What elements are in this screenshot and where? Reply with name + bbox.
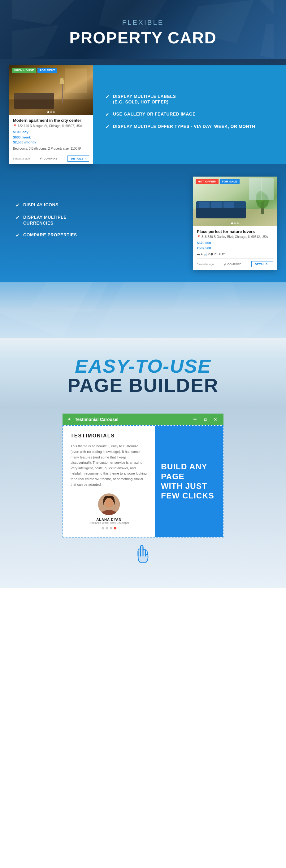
cta-panel: BUILD ANY PAGE WITH JUST FEW CLICKS bbox=[155, 426, 223, 537]
svg-rect-10 bbox=[62, 84, 63, 102]
card1-time: 5 months ago bbox=[13, 157, 30, 160]
hero-title: PROPERTY CARD bbox=[12, 29, 274, 47]
cta-line1: BUILD ANY PAGE bbox=[161, 462, 217, 481]
card2-details-button[interactable]: DETAILS › bbox=[251, 261, 273, 267]
testimonials-title: TESTIMONIALS bbox=[70, 433, 147, 439]
svg-rect-19 bbox=[223, 202, 234, 208]
card1-price2: $600 /week bbox=[13, 135, 89, 140]
svg-rect-18 bbox=[211, 202, 222, 208]
hero-section: FLEXIBLE PROPERTY CARD bbox=[0, 0, 286, 59]
card2-title: Place perfect for nature lovers bbox=[197, 229, 273, 235]
card2-image-container: HOT OFFER! FOR SALE bbox=[193, 177, 277, 226]
label-hot-offer: HOT OFFER! bbox=[196, 179, 219, 184]
check-icon-3: ✓ bbox=[105, 124, 109, 130]
check-icon-5: ✓ bbox=[15, 215, 20, 221]
builder-toolbar: ✦ Testimonial Carousel ✏ ⧉ ✕ bbox=[63, 413, 223, 425]
svg-rect-36 bbox=[102, 512, 116, 515]
hero-subtitle: FLEXIBLE bbox=[12, 19, 274, 27]
card1-image-container: OPEN HOUSE FOR RENT bbox=[9, 65, 93, 115]
pagination-dots bbox=[102, 527, 116, 529]
svg-rect-9 bbox=[14, 93, 54, 99]
feature-4-text: DISPLAY ICONS bbox=[23, 202, 59, 208]
check-icon-2: ✓ bbox=[105, 112, 109, 117]
card1-labels: OPEN HOUSE FOR RENT bbox=[12, 68, 57, 73]
feature-6: ✓ COMPARE PROPERTIES bbox=[15, 232, 184, 238]
card2-compare[interactable]: ⇄ COMPARE bbox=[224, 263, 241, 266]
transition-section bbox=[0, 282, 286, 338]
toolbar-bar[interactable]: ✦ Testimonial Carousel ✏ ⧉ ✕ bbox=[63, 413, 223, 425]
feature-2: ✓ USE GALLERY OR FEATURED IMAGE bbox=[105, 111, 277, 117]
label-open-house: OPEN HOUSE bbox=[12, 68, 36, 73]
feature-1-text: DISPLAY MULTIPLE LABELS bbox=[113, 94, 176, 99]
card1-price3: $2,500 /month bbox=[13, 140, 89, 145]
card2-address: 📍 318-330 S Oakley Blvd, Chicago, IL 606… bbox=[197, 235, 273, 239]
feature-4: ✓ DISPLAY ICONS bbox=[15, 202, 184, 208]
card1-title: Modern apartment in the city center bbox=[13, 118, 89, 123]
feature-5: ✓ DISPLAY MULTIPLECURRENCIES bbox=[15, 214, 184, 225]
check-icon-6: ✓ bbox=[15, 232, 20, 238]
toolbar-icon: ✦ bbox=[67, 416, 71, 422]
toolbar-close-button[interactable]: ✕ bbox=[212, 416, 219, 423]
card1-details-button[interactable]: DETAILS › bbox=[67, 156, 89, 162]
feature-1: ✓ DISPLAY MULTIPLE LABELS (E.G. SOLD, HO… bbox=[105, 94, 277, 105]
toolbar-edit-button[interactable]: ✏ bbox=[192, 416, 198, 423]
card2-price1: $670,000 bbox=[197, 240, 273, 246]
card1-price1: $100 /day bbox=[13, 129, 89, 135]
feature-3: ✓ DISPLAY MULTIPLE OFFER TYPES - VIA DAY… bbox=[105, 124, 277, 130]
feature-5-text: DISPLAY MULTIPLECURRENCIES bbox=[23, 214, 67, 225]
cta-line2: WITH JUST bbox=[161, 482, 217, 491]
testimonials-text: This theme is so beautiful, easy to cust… bbox=[70, 443, 147, 487]
svg-rect-12 bbox=[65, 68, 87, 93]
card-row-1: OPEN HOUSE FOR RENT Modern apartment in … bbox=[0, 65, 286, 164]
card1-compare[interactable]: ⇄ COMPARE bbox=[40, 157, 57, 160]
cta-line3: FEW CLICKS bbox=[161, 491, 217, 501]
property-card-2: HOT OFFER! FOR SALE Place perfect for na… bbox=[193, 177, 277, 270]
avatar-name: ALANA DYAN bbox=[96, 518, 121, 521]
builder-title-line1: EASY-TO-USE bbox=[12, 356, 274, 376]
card1-specs: Bedrooms: 3 Bathrooms: 2 Property size: … bbox=[13, 147, 89, 150]
feature-3-subtext: - VIA DAY, WEEK, OR MONTH bbox=[191, 124, 255, 129]
avatar bbox=[98, 494, 120, 515]
demo-section: ✦ Testimonial Carousel ✏ ⧉ ✕ TESTIMONIAL… bbox=[0, 407, 286, 588]
feature-6-text: COMPARE PROPERTIES bbox=[23, 232, 77, 238]
check-icon-4: ✓ bbox=[15, 202, 20, 208]
hand-cursor-icon bbox=[6, 537, 280, 575]
features-panel-2: ✓ DISPLAY ICONS ✓ DISPLAY MULTIPLECURREN… bbox=[0, 177, 193, 270]
svg-rect-17 bbox=[199, 202, 210, 208]
card2-price2: £502,500 bbox=[197, 246, 273, 251]
card2-labels: HOT OFFER! FOR SALE bbox=[196, 179, 240, 184]
property-card-1: OPEN HOUSE FOR RENT Modern apartment in … bbox=[9, 65, 93, 164]
card2-specs: 🛏 4 🛁 2 ⬢ 2100 ft² bbox=[197, 252, 273, 256]
check-icon-1: ✓ bbox=[105, 94, 109, 100]
feature-2-text: USE GALLERY OR FEATURED IMAGE bbox=[113, 112, 196, 117]
builder-section: EASY-TO-USE PAGE BUILDER bbox=[0, 338, 286, 407]
demo-wrapper: TESTIMONIALS This theme is so beautiful,… bbox=[63, 425, 223, 537]
feature-1-subtext: (E.G. SOLD, HOT OFFER) bbox=[113, 99, 169, 104]
avatar-role: Freelance WordPress Developer bbox=[89, 521, 129, 524]
features-panel-1: ✓ DISPLAY MULTIPLE LABELS (E.G. SOLD, HO… bbox=[93, 65, 286, 164]
card-row-2: HOT OFFER! FOR SALE Place perfect for na… bbox=[0, 177, 286, 270]
card1-address: 📍 122-140 N Morgan St, Chicago, IL 60607… bbox=[13, 124, 89, 128]
label-for-sale: FOR SALE bbox=[220, 179, 240, 184]
toolbar-copy-button[interactable]: ⧉ bbox=[202, 416, 208, 423]
card2-time: 5 months ago bbox=[197, 263, 214, 266]
toolbar-label: Testimonial Carousel bbox=[75, 417, 188, 422]
feature-3-text: DISPLAY MULTIPLE OFFER TYPES bbox=[113, 124, 189, 129]
builder-title-line2: PAGE BUILDER bbox=[12, 376, 274, 395]
cards-section: OPEN HOUSE FOR RENT Modern apartment in … bbox=[0, 59, 286, 282]
svg-point-34 bbox=[105, 498, 113, 508]
label-for-rent: FOR RENT bbox=[37, 68, 57, 73]
